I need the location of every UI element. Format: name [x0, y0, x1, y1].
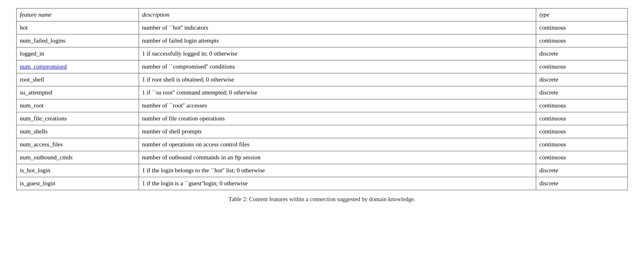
cell-feature-name: num_access_files [17, 138, 139, 151]
cell-description: number of operations on access control f… [139, 138, 536, 151]
cell-description: number of shell prompts [139, 125, 536, 138]
column-header-description: description [139, 9, 536, 21]
cell-type: continuous [536, 151, 627, 164]
cell-type: continuous [536, 125, 627, 138]
cell-type: continuous [536, 112, 627, 125]
table-row: num_file_creationsnumber of file creatio… [17, 112, 628, 125]
cell-type: continuous [536, 21, 627, 34]
cell-description: 1 if successfully logged in; 0 otherwise [139, 47, 536, 60]
cell-type: discrete [536, 177, 627, 190]
cell-type: continuous [536, 99, 627, 112]
table-row: is_hot_login1 if the login belongs to th… [17, 164, 628, 177]
cell-type: continuous [536, 34, 627, 47]
cell-description: number of file creation operations [139, 112, 536, 125]
table-row: logged_in1 if successfully logged in; 0 … [17, 47, 628, 60]
cell-feature-name: num_root [17, 99, 139, 112]
cell-description: number of failed login attempts [139, 34, 536, 47]
table-row: hotnumber of ``hot'' indicatorscontinuou… [17, 21, 628, 34]
cell-description: 1 if the login belongs to the ``hot'' li… [139, 164, 536, 177]
cell-feature-name: su_attempted [17, 86, 139, 99]
feature-name-link[interactable]: num_compromised [20, 63, 67, 70]
table-row: is_guest_login1 if the login is a ``gues… [17, 177, 628, 190]
cell-feature-name: root_shell [17, 73, 139, 86]
table-row: num_failed_loginsnumber of failed login … [17, 34, 628, 47]
cell-type: discrete [536, 164, 627, 177]
cell-description: 1 if ``su root'' command attempted; 0 ot… [139, 86, 536, 99]
table-row: num_rootnumber of ``root'' accessesconti… [17, 99, 628, 112]
table-row: num_compromisednumber of ``compromised''… [17, 60, 628, 73]
cell-feature-name: num_failed_logins [17, 34, 139, 47]
cell-description: number of ``root'' accesses [139, 99, 536, 112]
table-row: root_shell1 if root shell is obtained; 0… [17, 73, 628, 86]
column-header-type: type [536, 9, 627, 21]
cell-feature-name: num_file_creations [17, 112, 139, 125]
cell-feature-name: hot [17, 21, 139, 34]
table-header-row: feature name description type [17, 9, 628, 21]
cell-type: continuous [536, 60, 627, 73]
cell-feature-name: num_shells [17, 125, 139, 138]
cell-feature-name: num_compromised [17, 60, 139, 73]
cell-type: discrete [536, 73, 627, 86]
table-row: su_attempted1 if ``su root'' command att… [17, 86, 628, 99]
cell-description: 1 if the login is a ``guest''login; 0 ot… [139, 177, 536, 190]
table-row: num_outbound_cmdsnumber of outbound comm… [17, 151, 628, 164]
table-row: num_access_filesnumber of operations on … [17, 138, 628, 151]
cell-type: continuous [536, 138, 627, 151]
table-row: num_shellsnumber of shell promptscontinu… [17, 125, 628, 138]
cell-description: number of ``compromised'' conditions [139, 60, 536, 73]
table-container: feature name description type hotnumber … [16, 8, 628, 203]
column-header-name: feature name [17, 9, 139, 21]
cell-description: number of outbound commands in an ftp se… [139, 151, 536, 164]
cell-description: number of ``hot'' indicators [139, 21, 536, 34]
cell-type: discrete [536, 47, 627, 60]
cell-feature-name: num_outbound_cmds [17, 151, 139, 164]
cell-description: 1 if root shell is obtained; 0 otherwise [139, 73, 536, 86]
features-table: feature name description type hotnumber … [16, 8, 628, 190]
cell-feature-name: logged_in [17, 47, 139, 60]
cell-feature-name: is_hot_login [17, 164, 139, 177]
table-caption: Table 2: Content features within a conne… [16, 196, 628, 203]
cell-type: discrete [536, 86, 627, 99]
cell-feature-name: is_guest_login [17, 177, 139, 190]
